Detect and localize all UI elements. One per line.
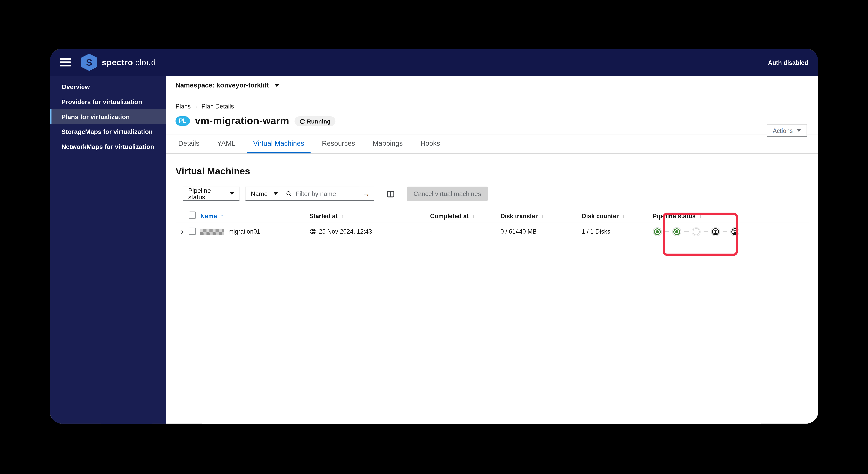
sidebar-item-plans[interactable]: Plans for virtualization (50, 109, 166, 124)
auth-disabled-label: Auth disabled (768, 59, 808, 66)
tab-yaml[interactable]: YAML (211, 135, 242, 153)
vm-name-cell: -migration01 (200, 228, 309, 235)
search-input[interactable] (294, 189, 355, 197)
vm-table: Name↑ Started at↕ Completed at↕ Disk tra… (176, 209, 809, 240)
completed-at-cell: - (430, 228, 501, 235)
pipeline-step-pending-icon (730, 227, 740, 236)
hamburger-menu-icon[interactable] (60, 58, 71, 66)
svg-text:S: S (86, 57, 92, 68)
table-row: › -migration01 25 (176, 223, 809, 240)
toolbar: Pipeline status Name (183, 186, 809, 201)
disk-transfer-cell: 0 / 61440 MB (500, 228, 582, 235)
brand-logo: S spectrocloud (81, 53, 156, 71)
sort-icon[interactable]: ↕ (699, 213, 702, 219)
disk-counter-cell: 1 / 1 Disks (582, 228, 653, 235)
breadcrumb: Plans › Plan Details (176, 103, 809, 110)
sidebar-item-providers[interactable]: Providers for virtualization (50, 94, 166, 109)
chevron-down-icon (797, 129, 801, 132)
pipeline-step-pending-icon (711, 227, 720, 236)
search-category-dropdown[interactable]: Name (245, 186, 282, 201)
main-panel: Namespace: konveyor-forklift Plans › Pla… (166, 76, 818, 423)
spectro-cloud-logo-icon: S (81, 53, 97, 71)
tab-resources[interactable]: Resources (316, 135, 361, 153)
screenshot-canvas: S spectrocloud Auth disabled Overview Pr… (0, 0, 868, 474)
sort-ascending-icon[interactable]: ↑ (220, 212, 224, 220)
search-group: Name → (245, 186, 374, 201)
column-header-disk-counter[interactable]: Disk counter↕ (582, 213, 653, 219)
globe-icon (309, 228, 316, 235)
pipeline-status-cell (653, 227, 809, 236)
app-window: S spectrocloud Auth disabled Overview Pr… (50, 49, 818, 423)
tab-bar: Details YAML Virtual Machines Resources … (166, 135, 818, 154)
page-title: vm-migration-warm (195, 115, 289, 127)
search-icon (286, 190, 292, 197)
pipeline-step-completed-icon (672, 227, 681, 236)
column-header-pipeline-status[interactable]: Pipeline status↕ (653, 213, 809, 219)
expand-row-chevron-icon[interactable]: › (176, 228, 189, 235)
redacted-name-prefix (200, 228, 224, 234)
breadcrumb-plans[interactable]: Plans (176, 103, 191, 110)
column-management-button[interactable] (386, 189, 395, 198)
column-header-completed-at[interactable]: Completed at↕ (430, 213, 501, 219)
sort-icon[interactable]: ↕ (541, 213, 544, 219)
column-header-disk-transfer[interactable]: Disk transfer↕ (500, 213, 582, 219)
sort-icon[interactable]: ↕ (472, 213, 475, 219)
pipeline-connector (723, 231, 727, 232)
search-box (282, 186, 359, 201)
table-header-row: Name↑ Started at↕ Completed at↕ Disk tra… (176, 209, 809, 223)
status-badge: Running (294, 116, 335, 126)
breadcrumb-separator-icon: › (195, 103, 197, 109)
masthead: S spectrocloud Auth disabled (50, 49, 818, 76)
sidebar-item-storagemaps[interactable]: StorageMaps for virtualization (50, 124, 166, 139)
select-all-checkbox[interactable] (189, 212, 196, 219)
search-submit-button[interactable]: → (359, 186, 374, 201)
started-at-cell: 25 Nov 2024, 12:43 (309, 228, 430, 235)
chevron-down-icon (230, 192, 234, 195)
sidebar: Overview Providers for virtualization Pl… (50, 76, 166, 423)
namespace-bar: Namespace: konveyor-forklift (166, 76, 818, 95)
pipeline-connector (704, 231, 708, 232)
sort-icon[interactable]: ↕ (341, 213, 344, 219)
columns-icon (386, 189, 395, 198)
pipeline-step-not-started-icon (691, 227, 701, 236)
actions-button[interactable]: Actions (767, 124, 807, 137)
pipeline-connector (665, 231, 669, 232)
tab-mappings[interactable]: Mappings (367, 135, 409, 153)
chevron-down-icon (273, 192, 278, 195)
pipeline-step-completed-icon (653, 227, 662, 236)
plan-kind-badge: PL (176, 116, 190, 126)
sort-icon[interactable]: ↕ (622, 213, 625, 219)
breadcrumb-plan-details: Plan Details (202, 103, 234, 110)
column-header-started-at[interactable]: Started at↕ (309, 213, 430, 219)
sync-icon (299, 118, 305, 124)
sidebar-item-overview[interactable]: Overview (50, 79, 166, 94)
row-checkbox[interactable] (189, 227, 196, 235)
brand-name: spectrocloud (102, 58, 156, 67)
namespace-selector[interactable]: Namespace: konveyor-forklift (176, 82, 269, 89)
tab-hooks[interactable]: Hooks (414, 135, 446, 153)
chevron-down-icon[interactable] (274, 84, 279, 87)
section-title: Virtual Machines (176, 166, 809, 177)
pipeline-status-filter-dropdown[interactable]: Pipeline status (183, 186, 240, 201)
column-header-name[interactable]: Name↑ (200, 212, 309, 220)
tab-virtual-machines[interactable]: Virtual Machines (247, 135, 310, 153)
pipeline-connector (684, 231, 689, 232)
sidebar-item-networkmaps[interactable]: NetworkMaps for virtualization (50, 139, 166, 154)
cancel-virtual-machines-button[interactable]: Cancel virtual machines (407, 186, 488, 201)
page-header: Plans › Plan Details PL vm-migration-war… (166, 95, 818, 127)
tab-details[interactable]: Details (172, 135, 206, 153)
